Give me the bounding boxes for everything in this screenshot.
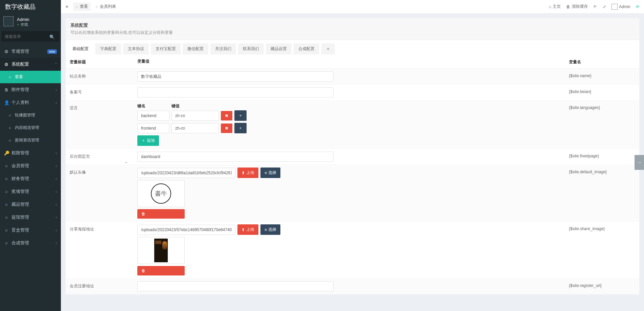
panel-title: 系统配置	[70, 22, 635, 28]
defaultimage-upload-button[interactable]: ⬆ 上传	[237, 168, 258, 178]
topbar-tab-1[interactable]: 会员列表	[93, 2, 119, 11]
fixedpage-input[interactable]	[137, 152, 334, 162]
sidebar-item-9[interactable]: ○会员管理‹	[0, 159, 61, 172]
menu-icon: ○	[4, 163, 9, 169]
config-tab-0[interactable]: 基础配置	[68, 43, 93, 54]
tab-indicator-icon	[76, 4, 78, 9]
sidebar-item-1[interactable]: ⚙系统配置˅	[0, 58, 61, 71]
main-area: ≡ 查看 会员列表 ⌂ 主页 🗑 清除缓存 🏳 ⤢ Admin ⟳ 系统配置 可…	[61, 0, 644, 311]
shareimage-thumb[interactable]	[137, 237, 185, 264]
fullscreen-toggle[interactable]: ⤢	[603, 4, 606, 9]
menu-icon: ○	[7, 138, 12, 143]
sidebar-item-11[interactable]: ○奖项管理‹	[0, 185, 61, 198]
menu-icon: ○	[7, 75, 12, 80]
user-panel: Admin 在线	[0, 14, 61, 31]
config-tab-2[interactable]: 文本协议	[123, 43, 149, 54]
lang-add-button[interactable]: ＋追加	[137, 135, 159, 146]
shareimage-delete-button[interactable]: 🗑	[137, 266, 185, 275]
sidebar-item-7[interactable]: ○新闻资讯管理	[0, 134, 61, 147]
sidebar-item-label: 盲盒管理	[12, 227, 29, 233]
topbar-tab-0[interactable]: 查看	[73, 2, 91, 11]
menu-search-input[interactable]	[5, 34, 56, 39]
config-tab-3[interactable]: 支付宝配置	[151, 43, 181, 54]
defaultimage-input[interactable]	[137, 168, 235, 178]
sidebar-item-label: 常规管理	[12, 48, 29, 54]
menu-icon: 🗎	[4, 87, 9, 92]
sidebar-item-4[interactable]: 👤个人资料‹	[0, 96, 61, 109]
lang-val-0[interactable]	[171, 111, 219, 121]
lang-add-inline-1[interactable]: ＋	[234, 123, 247, 133]
prev-page-arrow[interactable]: ←	[122, 155, 131, 170]
sidebar-item-8[interactable]: 🔑权限管理‹	[0, 147, 61, 159]
site-name-input[interactable]	[137, 71, 334, 82]
config-tab-6[interactable]: 联系我们	[238, 43, 264, 54]
shareimage-input[interactable]	[137, 225, 235, 235]
row-languages-label: 语言	[66, 101, 133, 149]
lang-val-1[interactable]	[171, 123, 219, 133]
config-tab-5[interactable]: 关注我们	[210, 43, 236, 54]
th-name: 变量名	[565, 54, 639, 69]
lang-key-1[interactable]	[137, 123, 169, 133]
search-icon[interactable]: 🔍	[49, 35, 55, 40]
lang-key-0[interactable]	[137, 111, 169, 121]
config-tab-7[interactable]: 藏品设置	[266, 43, 292, 54]
sidebar-item-5[interactable]: ○轮播图管理	[0, 109, 61, 121]
lang-val-header: 键值	[171, 103, 219, 109]
chevron-left-icon: ‹	[56, 88, 57, 92]
clear-cache-button[interactable]: 🗑 清除缓存	[566, 4, 588, 9]
sidebar-item-13[interactable]: ○提现管理‹	[0, 211, 61, 224]
menu-icon: ⚙	[4, 62, 9, 67]
config-tab-4[interactable]: 微信配置	[183, 43, 208, 54]
defaultimage-thumb[interactable]: 書牛	[137, 180, 185, 207]
config-tabs: 基础配置字典配置文本协议支付宝配置微信配置关注我们联系我们藏品设置合成配置＋	[66, 40, 639, 54]
sidebar-item-label: 藏品管理	[12, 201, 29, 207]
beian-input[interactable]	[137, 87, 334, 97]
chevron-left-icon: ‹	[56, 241, 57, 245]
sidebar-item-label: 轮播图管理	[15, 112, 35, 118]
menu-search[interactable]: 🔍	[1, 31, 60, 42]
sidebar-item-14[interactable]: ○盲盒管理‹	[0, 224, 61, 237]
lang-add-inline-0[interactable]: ＋	[234, 110, 247, 121]
registerurl-input[interactable]	[137, 281, 334, 291]
user-menu[interactable]: Admin	[612, 4, 630, 10]
lang-remove-0[interactable]: ✖	[221, 111, 232, 120]
shareimage-select-button[interactable]: ≡ 选择	[260, 224, 280, 235]
row-beian-label: 备案号	[66, 85, 133, 101]
upload-label-2: 上传	[246, 227, 254, 232]
config-tab-1[interactable]: 字典配置	[95, 43, 121, 54]
tab-indicator-icon	[95, 4, 98, 9]
sidebar-item-10[interactable]: ○财务管理‹	[0, 172, 61, 185]
menu-icon: ○	[4, 241, 9, 246]
refresh-icon[interactable]: ⟳	[636, 4, 639, 9]
row-languages-var: {$site.languages}	[565, 101, 639, 149]
chevron-left-icon: ‹	[56, 228, 57, 232]
sidebar-item-0[interactable]: ⚙常规管理new	[0, 45, 61, 58]
th-title: 变量标题	[66, 54, 133, 69]
menu-icon: ○	[4, 228, 9, 233]
sidebar-item-15[interactable]: ○合成管理‹	[0, 237, 61, 249]
defaultimage-delete-button[interactable]: 🗑	[137, 209, 185, 219]
defaultimage-select-button[interactable]: ≡ 选择	[260, 168, 280, 178]
config-tab-add[interactable]: ＋	[321, 43, 335, 54]
config-panel: 系统配置 可以在此增改系统的变量和分组,也可以自定义分组和变量 基础配置字典配置…	[66, 18, 639, 294]
row-site-name-var: {$site.name}	[565, 69, 639, 85]
sidebar-item-label: 财务管理	[12, 176, 29, 182]
user-avatar[interactable]	[3, 16, 14, 26]
next-page-arrow[interactable]: →	[635, 155, 644, 170]
chevron-left-icon: ‹	[56, 177, 57, 181]
home-link[interactable]: ⌂ 主页	[549, 4, 561, 9]
toggle-sidebar-button[interactable]: ≡	[66, 4, 68, 9]
lang-remove-1[interactable]: ✖	[221, 124, 232, 133]
row-defaultimage-var: {$site.default_image}	[565, 165, 639, 222]
language-toggle[interactable]: 🏳	[593, 4, 597, 9]
sidebar-item-label: 系统配置	[12, 61, 29, 67]
sidebar-item-2[interactable]: ○查看	[0, 71, 61, 83]
sidebar-item-3[interactable]: 🗎附件管理‹	[0, 83, 61, 96]
sidebar-menu: ⚙常规管理new⚙系统配置˅○查看🗎附件管理‹👤个人资料‹○轮播图管理○内容精选…	[0, 45, 61, 311]
shareimage-upload-button[interactable]: ⬆ 上传	[237, 224, 258, 235]
panel-subtitle: 可以在此增改系统的变量和分组,也可以自定义分组和变量	[70, 30, 635, 36]
lang-add-label: 追加	[147, 138, 155, 143]
config-tab-8[interactable]: 合成配置	[294, 43, 319, 54]
sidebar-item-6[interactable]: ○内容精选管理	[0, 121, 61, 134]
sidebar-item-12[interactable]: ○藏品管理‹	[0, 198, 61, 211]
